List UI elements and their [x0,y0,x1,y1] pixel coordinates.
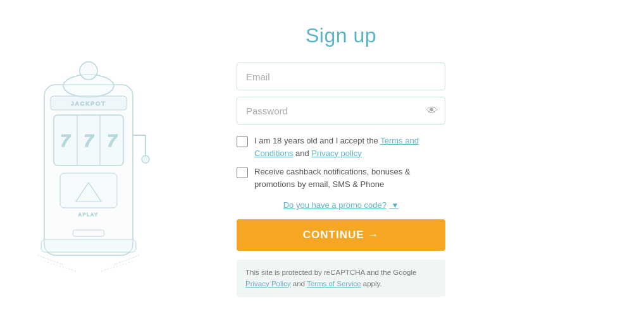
recaptcha-privacy-link[interactable]: Privacy Policy [245,280,291,288]
svg-line-22 [101,262,133,271]
toggle-password-icon[interactable]: 👁 [426,104,438,118]
page-container: JACKPOT 7 7 7 APLAY [0,0,644,321]
svg-rect-17 [41,239,136,252]
password-field[interactable] [237,97,445,124]
page-title: Sign up [306,24,376,47]
svg-text:7: 7 [84,131,94,150]
terms-label: I am 18 years old and I accept the Terms… [254,135,445,159]
terms-checkbox[interactable] [237,136,248,147]
svg-text:7: 7 [107,131,118,150]
recaptcha-notice: This site is protected by reCAPTCHA and … [237,260,445,297]
svg-point-2 [80,62,97,80]
svg-rect-14 [60,173,117,208]
password-wrapper: 👁 [237,97,445,124]
notifications-label: Receive cashback notifications, bonuses … [254,166,445,190]
recaptcha-text-mid: and [291,280,307,288]
recaptcha-text-pre: This site is protected by reCAPTCHA and … [245,269,416,276]
notifications-checkbox[interactable] [237,167,248,178]
promo-arrow-icon: ▼ [389,201,399,210]
slot-machine-illustration: JACKPOT 7 7 7 APLAY [19,40,158,281]
recaptcha-text-post: apply. [361,280,382,288]
svg-point-13 [142,155,149,163]
notifications-checkbox-row: Receive cashback notifications, bonuses … [237,166,445,190]
promo-code-section: Do you have a promo code? ▼ [237,199,445,210]
signup-form: Sign up 👁 I am 18 years old and I accept… [227,24,455,297]
svg-text:7: 7 [60,131,71,150]
privacy-link[interactable]: Privacy policy [311,148,361,158]
svg-line-21 [44,262,76,271]
recaptcha-terms-link[interactable]: Terms of Service [307,280,361,288]
continue-button[interactable]: CONTINUE → [237,219,445,251]
svg-text:JACKPOT: JACKPOT [71,100,106,107]
svg-text:APLAY: APLAY [78,212,99,217]
terms-checkbox-row: I am 18 years old and I accept the Terms… [237,135,445,159]
promo-code-link[interactable]: Do you have a promo code? ▼ [283,200,399,210]
email-field[interactable] [237,63,445,90]
